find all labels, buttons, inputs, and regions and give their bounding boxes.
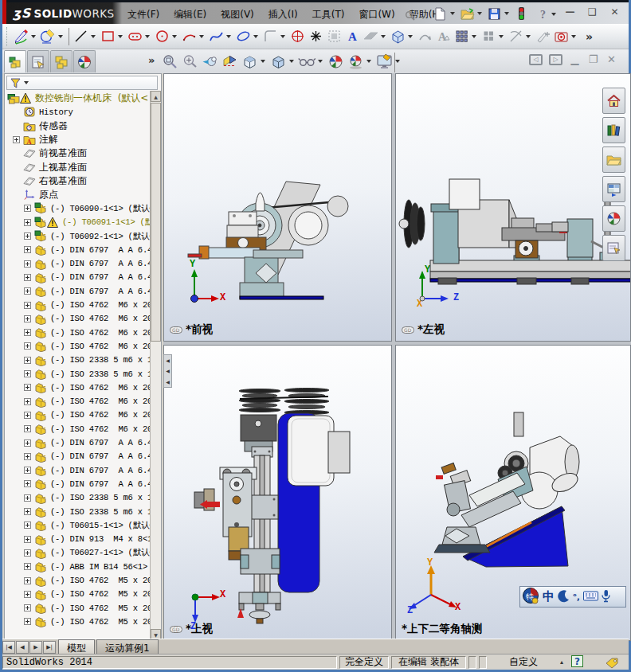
camera-icon[interactable] xyxy=(552,27,570,45)
tree-row-24[interactable]: (-) ISO 4762 M6 x 20<8 xyxy=(6,422,152,436)
menu-item-4[interactable]: 工具(T) xyxy=(305,5,352,22)
smart-dimension-icon[interactable] xyxy=(39,27,57,45)
ime-platform-icon[interactable]: 特 xyxy=(523,588,539,607)
tree-row-31[interactable]: (-) T06015-1<1> (默认<< xyxy=(6,518,152,532)
mic-icon[interactable] xyxy=(602,589,610,605)
tree-row-27[interactable]: (-) DIN 6797 A A 6.4<7 xyxy=(6,463,152,477)
expand-toggle[interactable] xyxy=(24,357,31,364)
tree-row-1[interactable]: History xyxy=(6,105,73,119)
expand-toggle[interactable] xyxy=(24,480,31,487)
sketch-icon[interactable] xyxy=(12,27,30,45)
displaymanager-tab[interactable] xyxy=(73,50,96,72)
expand-toggle[interactable] xyxy=(13,136,20,143)
tree-row-18[interactable]: (-) ISO 4762 M6 x 20<4 xyxy=(6,339,152,353)
save-icon[interactable] xyxy=(485,5,504,23)
expand-toggle[interactable] xyxy=(24,219,31,226)
sketch-icon-caret[interactable] xyxy=(31,35,36,38)
save-icon-caret[interactable] xyxy=(504,12,509,15)
tree-row-5[interactable]: 上视基准面 xyxy=(6,161,87,174)
smart-dimension-icon-caret[interactable] xyxy=(58,35,63,38)
expand-toggle[interactable] xyxy=(24,246,31,253)
menu-item-0[interactable]: 文件(F) xyxy=(120,5,167,22)
expand-toggle[interactable] xyxy=(24,494,31,502)
tree-row-36[interactable]: (-) ISO 4762 M5 x 20<2 xyxy=(6,588,152,601)
tree-row-4[interactable]: 前视基准面 xyxy=(6,147,87,160)
menu-item-5[interactable]: 窗口(W) xyxy=(351,5,402,22)
cube-icon-caret[interactable] xyxy=(408,35,413,38)
cube-icon[interactable] xyxy=(389,27,407,45)
view-settings-icon-caret[interactable] xyxy=(395,60,400,63)
next-doc-button[interactable]: ▷ xyxy=(549,54,562,65)
rectangle-icon-caret[interactable] xyxy=(118,35,123,38)
ime-moon-icon[interactable] xyxy=(558,589,570,605)
tree-row-0[interactable]: 数控铣削一体机床 (默认< xyxy=(6,92,148,105)
display-style-icon-caret[interactable] xyxy=(289,60,294,63)
tab-nav-last[interactable]: ▶| xyxy=(43,641,56,654)
expand-toggle[interactable] xyxy=(24,302,31,309)
view-orientation-icon-caret[interactable] xyxy=(261,60,265,63)
expand-toggle[interactable] xyxy=(24,604,31,611)
expand-toggle[interactable] xyxy=(24,440,31,447)
expand-toggle[interactable] xyxy=(24,205,31,212)
section-view-icon[interactable] xyxy=(220,52,240,71)
text-icon[interactable]: A xyxy=(343,27,362,45)
tree-row-13[interactable]: (-) DIN 6797 A A 6.4<3 xyxy=(6,271,152,284)
tree-row-35[interactable]: (-) ISO 4762 M5 x 20<1 xyxy=(6,574,152,588)
tab-nav-prev[interactable]: ◀ xyxy=(16,641,29,654)
menu-item-1[interactable]: 编辑(E) xyxy=(167,5,214,22)
tree-row-23[interactable]: (-) ISO 4762 M6 x 20<7 xyxy=(6,408,152,422)
zoom-area-icon[interactable] xyxy=(180,52,200,71)
expand-toggle[interactable] xyxy=(24,274,31,281)
tree-row-10[interactable]: (-) T06092-1<1> (默认<默 xyxy=(6,229,152,243)
tree-row-38[interactable]: (-) ISO 4762 M5 x 20<4 xyxy=(6,615,152,628)
viewport-top[interactable]: *上视XZ xyxy=(163,345,392,641)
menu-search-icon[interactable] xyxy=(401,6,419,25)
circle-icon[interactable] xyxy=(153,27,171,45)
expand-toggle[interactable] xyxy=(24,563,31,570)
tree-row-25[interactable]: (-) DIN 6797 A A 6.4<5 xyxy=(6,436,152,450)
ime-punct-mode[interactable]: ᵒ, xyxy=(573,592,580,601)
ellipse-icon[interactable] xyxy=(234,27,253,45)
doc-tab-1[interactable]: 运动算例1 xyxy=(96,639,159,654)
ime-lang-mode[interactable]: 中 xyxy=(543,589,555,604)
tree-row-3[interactable]: A注解 xyxy=(6,133,58,147)
tree-row-12[interactable]: (-) DIN 6797 A A 6.4<2 xyxy=(6,257,152,271)
close-doc-button[interactable]: ✕ xyxy=(606,54,617,65)
filter-caret[interactable] xyxy=(24,81,29,84)
resources-icon[interactable] xyxy=(602,117,625,143)
configurationmanager-tab[interactable] xyxy=(50,50,73,72)
tree-row-30[interactable]: (-) ISO 2338 5 m6 x 16 - xyxy=(6,505,152,518)
tree-row-11[interactable]: (-) DIN 6797 A A 6.4<1 xyxy=(6,243,152,256)
properties-icon[interactable] xyxy=(602,235,625,261)
tree-row-15[interactable]: (-) ISO 4762 M6 x 20<1 xyxy=(6,299,152,312)
expand-toggle[interactable] xyxy=(24,384,31,391)
interference-light-icon[interactable] xyxy=(512,5,531,23)
camera-icon-caret[interactable] xyxy=(571,35,576,38)
view-orientation-icon[interactable] xyxy=(240,52,260,71)
tree-row-32[interactable]: (-) DIN 913 M4 x 8<1> xyxy=(6,533,152,546)
panel-tabs-overflow[interactable]: » xyxy=(148,54,155,66)
spline-icon-caret[interactable] xyxy=(226,35,231,38)
tree-row-16[interactable]: (-) ISO 4762 M6 x 20<2 xyxy=(6,312,152,326)
tree-row-21[interactable]: (-) ISO 4762 M6 x 20<5 xyxy=(6,381,152,394)
restore-doc-button[interactable]: ❐ xyxy=(587,54,599,65)
line-icon[interactable] xyxy=(72,27,90,45)
open-icon-caret[interactable] xyxy=(477,12,482,15)
tree-row-17[interactable]: (-) ISO 4762 M6 x 20<3 xyxy=(6,326,152,339)
expand-toggle[interactable] xyxy=(24,577,31,584)
point-icon[interactable] xyxy=(307,27,325,45)
expand-toggle[interactable] xyxy=(24,453,31,460)
edit-appearance-icon[interactable] xyxy=(326,52,346,71)
web-globe-icon[interactable] xyxy=(602,205,625,232)
soft-keyboard-icon[interactable] xyxy=(583,591,598,604)
expand-toggle[interactable] xyxy=(24,591,31,598)
view-settings-icon[interactable] xyxy=(374,52,394,71)
tree-row-6[interactable]: 右视基准面 xyxy=(6,174,87,188)
expand-toggle[interactable] xyxy=(24,260,31,268)
help-icon[interactable]: ? xyxy=(535,6,553,24)
rectangle-icon[interactable] xyxy=(99,27,117,45)
apply-scene-icon-caret[interactable] xyxy=(366,60,371,63)
tree-row-8[interactable]: (-) T06090-1<1> (默认<默 xyxy=(6,201,152,215)
expand-toggle[interactable] xyxy=(24,467,31,474)
tree-row-2[interactable]: 传感器 xyxy=(6,119,68,133)
